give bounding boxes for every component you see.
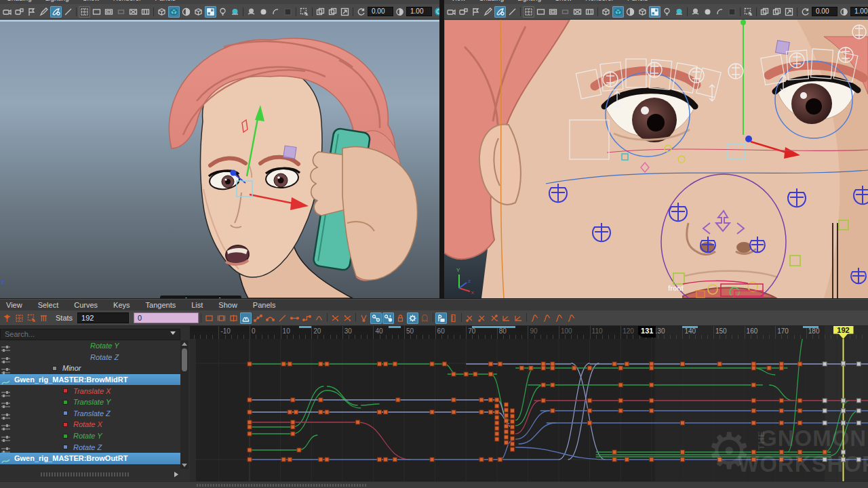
layer-overlap-icon[interactable] xyxy=(315,6,326,18)
textured-sphere-icon[interactable] xyxy=(180,6,192,18)
buffer-c-icon[interactable] xyxy=(553,312,565,324)
weighted-tangent-icon[interactable] xyxy=(382,312,394,324)
lights-icon[interactable] xyxy=(661,6,673,18)
filter-icon[interactable] xyxy=(1,365,10,371)
buffer-d-icon[interactable] xyxy=(566,312,577,324)
stacked-view-icon[interactable] xyxy=(252,312,264,324)
gate-mask-icon[interactable] xyxy=(115,6,127,18)
layer-copy-icon[interactable] xyxy=(771,6,783,18)
viewport-canvas[interactable]: Y x z front xyxy=(444,20,868,298)
linear-tangent-icon[interactable] xyxy=(277,312,288,324)
wireframe-on-shaded-icon[interactable] xyxy=(637,6,648,18)
pencil-icon[interactable] xyxy=(38,6,50,18)
auto-tangent-icon[interactable] xyxy=(370,312,382,324)
menu-lighting[interactable]: Lighting xyxy=(517,0,541,2)
flat-tangent-icon[interactable] xyxy=(289,312,300,324)
break-x2-icon[interactable] xyxy=(476,312,488,324)
wireframe-on-shaded-icon[interactable] xyxy=(193,6,204,18)
menu-view[interactable]: View xyxy=(6,301,22,309)
refresh-icon[interactable] xyxy=(800,6,811,18)
checker-icon[interactable] xyxy=(649,6,660,18)
pencil-icon[interactable] xyxy=(482,6,494,18)
channel-attr-row[interactable]: Translate Z xyxy=(0,408,180,420)
grid-icon[interactable] xyxy=(79,6,90,18)
channel-attr-row[interactable]: Translate X xyxy=(0,385,180,396)
safe-action-icon[interactable] xyxy=(127,6,139,18)
scroll-right-icon[interactable] xyxy=(174,472,178,477)
pane-expand-icon[interactable] xyxy=(783,6,795,18)
filter-icon[interactable] xyxy=(1,421,10,428)
step-tangent-icon[interactable] xyxy=(301,312,313,324)
channel-attr-row[interactable]: Rotate Y xyxy=(0,340,180,352)
textured-sphere-icon[interactable] xyxy=(625,6,636,18)
gate-mask-icon[interactable] xyxy=(559,6,571,18)
film-gate-icon[interactable] xyxy=(535,6,547,18)
resolution-gate-icon[interactable] xyxy=(103,6,115,18)
retime-tool-icon[interactable] xyxy=(38,312,50,324)
grid-icon[interactable] xyxy=(523,6,534,18)
shadow-sphere-icon[interactable] xyxy=(673,6,685,18)
xray-icon[interactable] xyxy=(258,6,269,18)
channel-node-row[interactable]: Gwen_rig_MASTER:BrowOutRT xyxy=(0,453,180,464)
resolution-gate-icon[interactable] xyxy=(547,6,559,18)
channel-attr-row[interactable]: Rotate Y xyxy=(0,430,180,442)
isolate-select-icon[interactable] xyxy=(690,6,701,18)
stats-frame-input[interactable] xyxy=(77,312,129,323)
menu-view[interactable]: View xyxy=(451,0,466,2)
plateau-tangent-icon[interactable] xyxy=(313,312,325,324)
stats-value-input[interactable] xyxy=(134,312,199,323)
safe-title-icon[interactable] xyxy=(140,6,151,18)
isolate-select-icon[interactable] xyxy=(245,6,257,18)
curve-area[interactable] xyxy=(190,339,868,481)
break-x3-icon[interactable] xyxy=(488,312,500,324)
menu-shading[interactable]: Shading xyxy=(479,0,505,2)
filter-icon[interactable] xyxy=(1,410,10,417)
select-cursor-icon[interactable] xyxy=(298,6,310,18)
pre-infinity-icon[interactable] xyxy=(500,312,512,324)
menu-show[interactable]: Show xyxy=(83,0,100,2)
viewport-persp[interactable]: ShadingLightingShowRendererPanels 0.001.… xyxy=(0,0,439,299)
wireframe-cube-icon[interactable] xyxy=(156,6,167,18)
exposure-field[interactable]: 0.00 xyxy=(812,7,837,16)
menu-tangents[interactable]: Tangents xyxy=(146,301,176,309)
camera-pan-icon[interactable] xyxy=(446,6,457,18)
layer-overlap-icon[interactable] xyxy=(759,6,770,18)
camera-pan-icon[interactable] xyxy=(1,6,13,18)
graph-hscroll-thumb[interactable] xyxy=(197,484,366,487)
break-x1-icon[interactable] xyxy=(464,312,475,324)
lattice-keys-icon[interactable] xyxy=(14,312,25,324)
anim-curve-icon[interactable] xyxy=(1,455,10,462)
rig-control-square[interactable] xyxy=(283,146,296,159)
chevron-down-icon[interactable] xyxy=(170,331,176,335)
menu-shading[interactable]: Shading xyxy=(7,0,32,2)
scroll-down-icon[interactable] xyxy=(182,464,187,467)
unify-tangent-icon[interactable] xyxy=(342,312,353,324)
menu-keys[interactable]: Keys xyxy=(113,301,130,309)
gamma-field[interactable]: 1.00 xyxy=(406,7,432,16)
menu-curves[interactable]: Curves xyxy=(74,301,98,309)
refresh-icon[interactable] xyxy=(355,6,367,18)
absolute-view-icon[interactable] xyxy=(240,312,252,324)
joint-xray-icon[interactable] xyxy=(270,6,281,18)
channel-attr-row[interactable]: Rotate Z xyxy=(0,352,180,363)
filter-icon[interactable] xyxy=(1,444,10,451)
xray-icon[interactable] xyxy=(702,6,713,18)
exposure-box-icon[interactable] xyxy=(282,6,294,18)
shadow-sphere-icon[interactable] xyxy=(229,6,241,18)
pane-expand-icon[interactable] xyxy=(339,6,351,18)
viewport-divider[interactable] xyxy=(439,0,444,299)
break-tangent-icon[interactable] xyxy=(330,312,341,324)
filter-icon[interactable] xyxy=(1,399,10,405)
value-snap-icon[interactable] xyxy=(448,312,459,324)
menu-panels[interactable]: Panels xyxy=(253,301,276,309)
vscroll-thumb[interactable] xyxy=(182,348,187,371)
layer-copy-icon[interactable] xyxy=(327,6,338,18)
range-end-marker[interactable]: 131 xyxy=(638,326,656,338)
channel-vscrollbar[interactable] xyxy=(180,340,189,469)
buffer-a-icon[interactable] xyxy=(529,312,540,324)
frame-all-icon[interactable] xyxy=(203,312,215,324)
channel-node-row[interactable]: Gwen_rig_MASTER:BrowMidRT xyxy=(0,374,180,386)
filter-icon[interactable] xyxy=(1,432,10,439)
menu-lighting[interactable]: Lighting xyxy=(45,0,69,2)
spline-tangent-icon[interactable] xyxy=(264,312,276,324)
